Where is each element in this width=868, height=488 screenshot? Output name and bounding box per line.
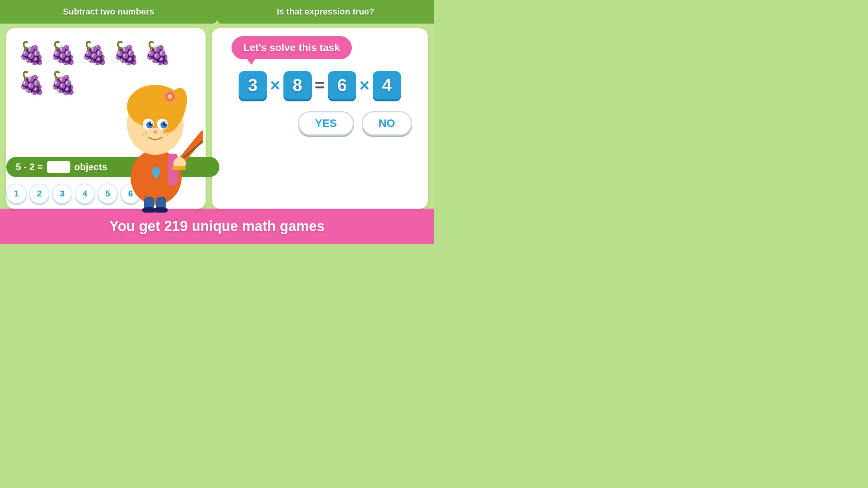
speech-text: Let's solve this task (243, 42, 340, 53)
num-btn-1[interactable]: 1 (6, 183, 27, 204)
fruit-3: 🍇 (81, 40, 108, 66)
yes-button[interactable]: YES (298, 111, 354, 136)
svg-point-13 (151, 122, 153, 124)
top-header: Subtract two numbers Is that expression … (0, 0, 434, 24)
header-right: Is that expression true? (217, 0, 434, 24)
fruit-6: 🍇 (18, 70, 46, 96)
expression-header-title: Is that expression true? (277, 7, 374, 17)
math-tile-6: 6 (328, 71, 356, 99)
fruit-4: 🍇 (112, 40, 140, 66)
svg-point-16 (145, 132, 147, 134)
no-button[interactable]: NO (362, 111, 412, 136)
svg-point-14 (165, 122, 167, 124)
svg-point-15 (153, 130, 157, 134)
character (109, 63, 203, 213)
svg-point-18 (163, 132, 165, 134)
objects-label: objects (74, 161, 107, 172)
num-btn-2[interactable]: 2 (29, 183, 50, 204)
math-tile-4: 4 (373, 71, 401, 99)
num2: 8 (292, 75, 302, 95)
svg-point-6 (167, 94, 172, 99)
op1: × (270, 75, 280, 95)
header-left: Subtract two numbers (0, 0, 217, 24)
svg-point-19 (166, 134, 168, 136)
num-btn-4[interactable]: 4 (75, 183, 95, 204)
right-panel: Let's solve this task 3 × 8 = 6 × 4 YES … (212, 28, 428, 209)
svg-rect-22 (172, 166, 186, 170)
math-tile-8: 8 (283, 71, 312, 99)
equals-sign: = (315, 75, 325, 95)
num-btn-3[interactable]: 3 (52, 183, 72, 204)
fruit-1: 🍇 (18, 40, 46, 66)
equation-text: 5 - 2 = (16, 161, 43, 172)
num1: 3 (248, 75, 257, 95)
num3: 6 (337, 75, 347, 95)
bottom-banner: You get 219 unique math games (0, 209, 434, 244)
math-tile-3: 3 (239, 71, 267, 99)
num4: 4 (382, 75, 392, 95)
svg-point-17 (143, 134, 144, 136)
op2: × (359, 75, 370, 95)
fruit-7: 🍇 (50, 70, 77, 96)
fruit-5: 🍇 (144, 40, 171, 66)
answer-input-box[interactable] (47, 161, 70, 173)
subtract-header-title: Subtract two numbers (63, 7, 154, 17)
banner-text: You get 219 unique math games (109, 218, 324, 235)
fruit-2: 🍇 (50, 40, 77, 66)
answer-buttons: YES NO (298, 111, 420, 136)
math-expression: 3 × 8 = 6 × 4 (239, 71, 401, 99)
speech-bubble: Let's solve this task (232, 36, 352, 59)
